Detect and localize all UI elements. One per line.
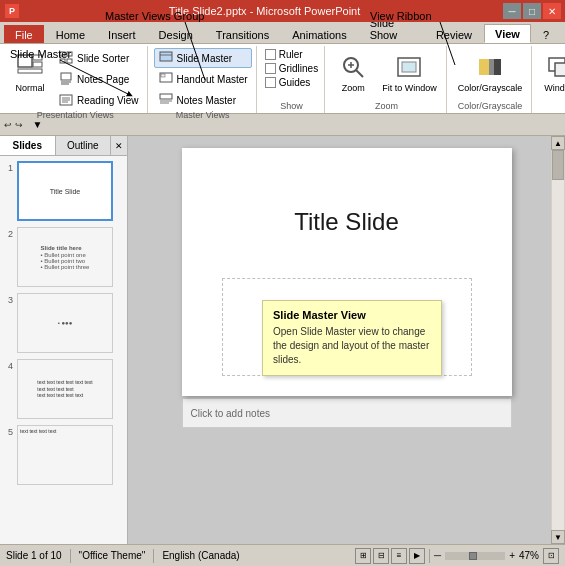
slide-preview-5: text text text text <box>17 425 113 485</box>
scroll-down-button[interactable]: ▼ <box>551 530 565 544</box>
slide-num-4: 4 <box>3 359 13 371</box>
panel-close-button[interactable]: ✕ <box>111 136 127 155</box>
normal-button[interactable]: Normal <box>8 48 52 97</box>
zoom-label: Zoom <box>342 83 365 94</box>
ruler-label: Ruler <box>279 49 303 60</box>
svg-rect-6 <box>33 55 42 60</box>
notes-area[interactable]: Click to add notes <box>182 398 512 428</box>
guides-check-icon <box>265 77 276 88</box>
tab-home[interactable]: Home <box>45 25 96 43</box>
master-views-content: Slide Master Handout Master Notes Master <box>154 48 252 110</box>
tooltip-text: Open Slide Master view to change the des… <box>273 325 431 367</box>
scroll-up-button[interactable]: ▲ <box>551 136 565 150</box>
window-title: Title Slide2.pptx - Microsoft PowerPoint <box>26 5 503 17</box>
slide-thumb-1[interactable]: 1 Title Slide <box>2 160 125 222</box>
tab-animations[interactable]: Animations <box>281 25 357 43</box>
slide-sorter-label: Slide Sorter <box>77 53 129 64</box>
notes-master-label: Notes Master <box>177 95 236 106</box>
zoom-icon <box>337 51 369 83</box>
presentation-views-content: Normal Slide Sorter Notes Page <box>8 48 143 110</box>
tab-file[interactable]: File <box>4 25 44 43</box>
svg-rect-35 <box>494 59 501 75</box>
slide-sorter-view-btn[interactable]: ⊟ <box>373 548 389 564</box>
zoom-button[interactable]: Zoom <box>331 48 375 97</box>
master-views-group: Slide Master Handout Master Notes Master… <box>150 46 257 113</box>
guides-label: Guides <box>279 77 311 88</box>
svg-rect-32 <box>402 62 416 72</box>
scroll-thumb[interactable] <box>552 150 564 180</box>
normal-view-btn[interactable]: ⊞ <box>355 548 371 564</box>
slide-thumb-4[interactable]: 4 text text text text text text text tex… <box>2 358 125 420</box>
gridlines-label: Gridlines <box>279 63 318 74</box>
color-grayscale-icon <box>474 51 506 83</box>
zoom-slider[interactable] <box>445 552 505 560</box>
language-info: English (Canada) <box>162 550 239 561</box>
tab-slides[interactable]: Slides <box>0 136 56 155</box>
close-button[interactable]: ✕ <box>543 3 561 19</box>
status-sep-3 <box>429 549 430 563</box>
window-controls: ─ □ ✕ <box>503 3 561 19</box>
views-column: Slide Sorter Notes Page Reading View <box>54 48 143 110</box>
tab-transitions[interactable]: Transitions <box>205 25 280 43</box>
zoom-plus[interactable]: + <box>509 550 515 561</box>
normal-icon <box>14 51 46 83</box>
presentation-views-label: Presentation Views <box>8 110 143 122</box>
slide-master-label: Slide Master <box>177 53 233 64</box>
slide-sorter-button[interactable]: Slide Sorter <box>54 48 143 68</box>
status-sep-1 <box>70 549 71 563</box>
slide-num-1: 1 <box>3 161 13 173</box>
scroll-track[interactable] <box>552 150 564 530</box>
slide-thumb-3[interactable]: 3 • ●●● <box>2 292 125 354</box>
tab-view[interactable]: View <box>484 24 531 43</box>
undo-redo-area: ↩ ↪ <box>4 120 23 130</box>
tab-insert[interactable]: Insert <box>97 25 147 43</box>
tab-help[interactable]: ? <box>532 25 560 43</box>
qa-dropdown[interactable]: ▼ <box>30 117 46 133</box>
zoom-minus[interactable]: ─ <box>434 550 441 561</box>
reading-view-btn[interactable]: ≡ <box>391 548 407 564</box>
maximize-button[interactable]: □ <box>523 3 541 19</box>
reading-view-label: Reading View <box>77 95 139 106</box>
window-button[interactable]: Window <box>538 48 565 97</box>
tab-outline[interactable]: Outline <box>56 136 112 155</box>
show-column: Ruler Gridlines Guides <box>263 48 320 89</box>
ruler-checkbox[interactable]: Ruler <box>263 48 320 61</box>
svg-rect-33 <box>479 59 489 75</box>
guides-checkbox[interactable]: Guides <box>263 76 320 89</box>
tab-design[interactable]: Design <box>148 25 204 43</box>
fit-to-window-button[interactable]: Fit to Window <box>377 48 442 97</box>
handout-master-button[interactable]: Handout Master <box>154 69 252 89</box>
panel-tabs: Slides Outline ✕ <box>0 136 127 156</box>
ribbon: Normal Slide Sorter Notes Page <box>0 44 565 114</box>
slideshow-btn[interactable]: ▶ <box>409 548 425 564</box>
zoom-slider-thumb[interactable] <box>469 552 477 560</box>
slide-preview-1: Title Slide <box>17 161 113 221</box>
fit-slide-btn[interactable]: ⊡ <box>543 548 559 564</box>
slide-thumb-5[interactable]: 5 text text text text <box>2 424 125 486</box>
color-group-label: Color/Grayscale <box>453 101 528 113</box>
slide-preview-3: • ●●● <box>17 293 113 353</box>
svg-rect-34 <box>489 59 494 75</box>
vertical-scrollbar[interactable]: ▲ ▼ <box>551 136 565 544</box>
notes-master-icon <box>158 92 174 108</box>
view-buttons: ⊞ ⊟ ≡ ▶ <box>355 548 425 564</box>
gridlines-checkbox[interactable]: Gridlines <box>263 62 320 75</box>
show-group: Ruler Gridlines Guides Show <box>259 46 325 113</box>
slide-master-button[interactable]: Slide Master <box>154 48 252 68</box>
slide-thumb-2[interactable]: 2 Slide title here • Bullet point one • … <box>2 226 125 288</box>
tab-review[interactable]: Review <box>425 25 483 43</box>
color-grayscale-button[interactable]: Color/Grayscale <box>453 48 528 97</box>
minimize-button[interactable]: ─ <box>503 3 521 19</box>
zoom-group: Zoom Fit to Window Zoom <box>327 46 447 113</box>
notes-page-button[interactable]: Notes Page <box>54 69 143 89</box>
notes-master-button[interactable]: Notes Master <box>154 90 252 110</box>
svg-rect-23 <box>161 74 165 77</box>
slides-list: 1 Title Slide 2 Slide title here • Bulle… <box>0 156 127 544</box>
notes-placeholder: Click to add notes <box>191 408 271 419</box>
window-group: Window <box>534 46 565 113</box>
handout-master-icon <box>158 71 174 87</box>
reading-view-button[interactable]: Reading View <box>54 90 143 110</box>
main-area: Slides Outline ✕ 1 Title Slide 2 <box>0 136 565 544</box>
theme-info: "Office Theme" <box>79 550 146 561</box>
handout-master-label: Handout Master <box>177 74 248 85</box>
